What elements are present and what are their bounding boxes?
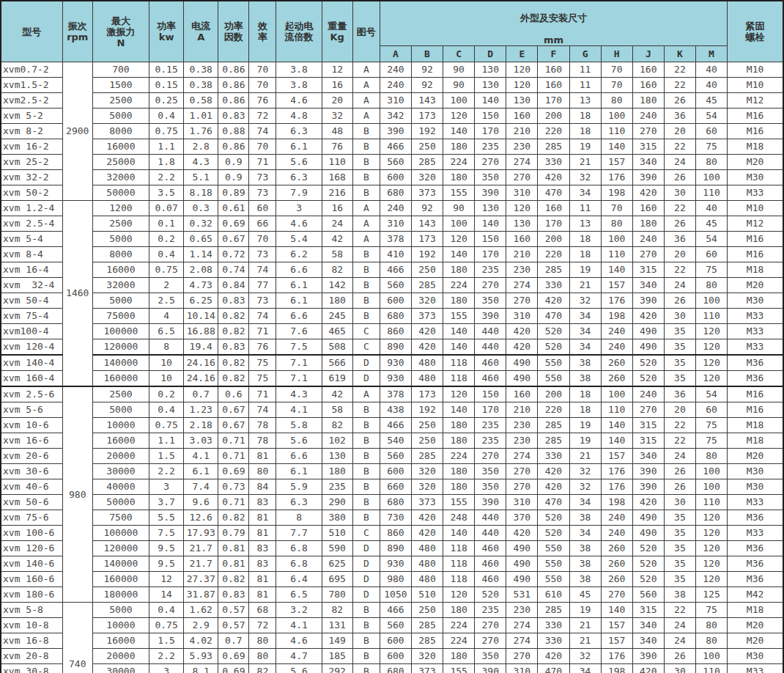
current-cell: 9.6 xyxy=(184,495,218,510)
power-factor-cell: 0.57 xyxy=(218,603,249,618)
current-cell: 24.16 xyxy=(184,355,218,371)
start-current-cell: 4.6 xyxy=(276,93,322,109)
current-cell: 10.14 xyxy=(184,309,218,324)
power-factor-cell: 0.83 xyxy=(218,109,249,124)
power-cell: 3 xyxy=(149,479,184,495)
dim-H-cell: 176 xyxy=(601,649,632,664)
power-factor-cell: 0.69 xyxy=(218,664,249,673)
dim-A-cell: 600 xyxy=(380,649,411,664)
dim-K-cell: 26 xyxy=(664,479,695,495)
power-cell: 14 xyxy=(149,587,184,603)
start-current-cell: 4.8 xyxy=(276,109,322,124)
dim-M-cell: 80 xyxy=(695,155,727,170)
dim-A-cell: 930 xyxy=(380,556,411,572)
dim-F-cell: 160 xyxy=(538,201,569,216)
dim-F-cell: 170 xyxy=(538,93,569,109)
dim-M-cell: 75 xyxy=(695,139,727,155)
dim-H-cell: 157 xyxy=(601,449,632,464)
force-cell: 8000 xyxy=(92,247,149,262)
table-row: xvm 120-4120000819.40.83767.5508C8904201… xyxy=(1,339,783,356)
dim-A-cell: 680 xyxy=(380,495,411,510)
table-row: xvm 2.5-698025000.20.70.6714.342A3781731… xyxy=(1,386,783,402)
weight-cell: 131 xyxy=(322,618,352,633)
dim-C-cell: 90 xyxy=(443,78,475,93)
model-cell: xvm 40-6 xyxy=(1,479,62,495)
dim-M-cell: 80 xyxy=(695,633,727,649)
figure-cell: A xyxy=(352,109,380,124)
force-cell: 10000 xyxy=(92,618,149,633)
current-cell: 1.14 xyxy=(184,247,218,262)
rpm-group-cell: 980 xyxy=(62,386,92,603)
dim-M-cell: 120 xyxy=(695,541,727,556)
dim-G-cell: 34 xyxy=(569,324,601,339)
dim-C-cell: 140 xyxy=(443,526,475,541)
dim-A-cell: 730 xyxy=(380,510,411,526)
model-cell: xvm2.5-2 xyxy=(1,93,62,109)
power-cell: 0.1 xyxy=(149,216,184,232)
dim-B-cell: 420 xyxy=(411,510,443,526)
figure-cell: D xyxy=(352,541,380,556)
start-current-cell: 6.1 xyxy=(276,278,322,293)
figure-cell: A xyxy=(352,232,380,247)
dim-E-cell: 210 xyxy=(506,402,538,418)
power-factor-cell: 0.72 xyxy=(218,247,249,262)
figure-cell: B xyxy=(352,170,380,185)
efficiency-cell: 60 xyxy=(249,201,276,216)
figure-cell: B xyxy=(352,124,380,139)
dim-B-cell: 173 xyxy=(411,232,443,247)
header-rpm: 振次 rpm xyxy=(62,1,92,62)
dim-J-cell: 520 xyxy=(632,541,664,556)
dim-G-cell: 19 xyxy=(569,139,601,155)
dim-E-cell: 120 xyxy=(506,78,538,93)
dim-J-cell: 315 xyxy=(632,433,664,449)
dim-G-cell: 11 xyxy=(569,201,601,216)
dim-M-cell: 54 xyxy=(695,109,727,124)
dim-M-cell: 110 xyxy=(695,309,727,324)
start-current-cell: 6.6 xyxy=(276,262,322,278)
power-factor-cell: 0.82 xyxy=(218,355,249,371)
efficiency-cell: 80 xyxy=(249,464,276,479)
start-current-cell: 5.9 xyxy=(276,479,322,495)
header-dim-J: J xyxy=(632,46,664,62)
table-row: xvm 5-874050000.41.620.57683.282B4662501… xyxy=(1,603,783,618)
power-cell: 3.7 xyxy=(149,495,184,510)
current-cell: 12.6 xyxy=(184,510,218,526)
figure-cell: B xyxy=(352,185,380,201)
start-current-cell: 5.4 xyxy=(276,232,322,247)
model-cell: xvm 20-8 xyxy=(1,649,62,664)
dim-A-cell: 890 xyxy=(380,541,411,556)
force-cell: 30000 xyxy=(92,664,149,673)
dim-M-cell: 120 xyxy=(695,355,727,371)
dim-D-cell: 235 xyxy=(475,433,506,449)
dim-D-cell: 350 xyxy=(475,464,506,479)
dim-M-cell: 75 xyxy=(695,603,727,618)
power-cell: 1.1 xyxy=(149,433,184,449)
efficiency-cell: 81 xyxy=(249,526,276,541)
power-cell: 1.5 xyxy=(149,633,184,649)
force-cell: 5000 xyxy=(92,603,149,618)
start-current-cell: 7.5 xyxy=(276,339,322,356)
power-factor-cell: 0.81 xyxy=(218,541,249,556)
dim-A-cell: 342 xyxy=(380,109,411,124)
dim-M-cell: 54 xyxy=(695,386,727,402)
power-cell: 0.15 xyxy=(149,62,184,78)
force-cell: 20000 xyxy=(92,649,149,664)
start-current-cell: 5.8 xyxy=(276,418,322,433)
bolt-cell: M12 xyxy=(728,93,783,109)
header-dim-E: E xyxy=(506,46,538,62)
dim-D-cell: 170 xyxy=(475,402,506,418)
dim-D-cell: 270 xyxy=(475,155,506,170)
dim-B-cell: 92 xyxy=(411,201,443,216)
dim-A-cell: 930 xyxy=(380,371,411,387)
dim-B-cell: 480 xyxy=(411,355,443,371)
dim-J-cell: 315 xyxy=(632,139,664,155)
dim-J-cell: 315 xyxy=(632,418,664,433)
dim-E-cell: 310 xyxy=(506,185,538,201)
table-row: xvm 32-2320002.25.10.9736.3168B600320180… xyxy=(1,170,783,185)
power-cell: 5.5 xyxy=(149,510,184,526)
dim-B-cell: 192 xyxy=(411,124,443,139)
power-cell: 2.2 xyxy=(149,649,184,664)
efficiency-cell: 70 xyxy=(249,78,276,93)
dim-M-cell: 45 xyxy=(695,93,727,109)
start-current-cell: 7.9 xyxy=(276,185,322,201)
